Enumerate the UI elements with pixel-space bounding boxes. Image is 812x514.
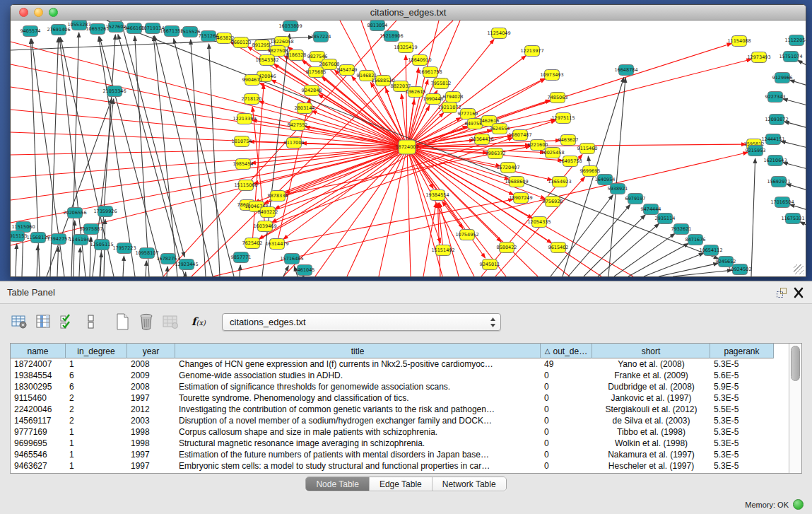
graph-edge[interactable] (568, 204, 630, 276)
table-cell[interactable]: 5.3E-5 (710, 415, 774, 426)
table-cell[interactable]: 0 (541, 449, 592, 460)
graph-edge[interactable] (135, 36, 149, 276)
graph-edge[interactable] (787, 184, 806, 190)
table-cell[interactable]: 0 (541, 426, 592, 438)
graph-edge[interactable] (272, 147, 407, 223)
table-cell[interactable]: 6 (66, 381, 127, 392)
table-cell[interactable]: Franke et al. (2009) (592, 370, 710, 381)
table-cell[interactable]: Embryonic stem cells: a model to study s… (175, 460, 541, 472)
network-graph[interactable]: 1872400774638228660123891295118226058982… (11, 21, 806, 276)
graph-edge[interactable] (123, 256, 124, 276)
table-row[interactable]: 2242004622012Investigating the contribut… (11, 404, 789, 415)
graph-edge[interactable] (790, 80, 806, 86)
table-cell[interactable]: 5.3E-5 (710, 449, 774, 460)
table-row[interactable]: 977716911998Corpus callosum shape and si… (11, 426, 789, 438)
graph-edge[interactable] (584, 215, 645, 276)
float-window-icon[interactable] (775, 287, 788, 298)
network-canvas[interactable]: 1872400774638228660123891295118226058982… (11, 21, 806, 276)
import-table-icon[interactable] (160, 312, 181, 332)
graph-edge[interactable] (407, 147, 546, 199)
table-cell[interactable]: 2 (66, 404, 127, 415)
table-row[interactable]: 911546021997Tourette syndrome. Phenomeno… (11, 392, 789, 404)
column-header-pagerank[interactable]: pagerank (710, 344, 774, 358)
graph-edge[interactable] (800, 222, 806, 226)
table-cell[interactable]: 9465546 (11, 449, 66, 460)
table-cell[interactable]: 2012 (127, 404, 175, 415)
table-cell[interactable]: 2009 (127, 370, 175, 381)
graph-edge[interactable] (100, 252, 102, 276)
table-cell[interactable]: 18300295 (11, 381, 66, 392)
table-row[interactable]: 946554611997Estimation of the future num… (11, 449, 789, 460)
table-cell[interactable]: Estimation of significance thresholds fo… (175, 381, 541, 392)
graph-edge[interactable] (209, 44, 220, 276)
function-builder-icon[interactable]: f(x) (188, 312, 209, 332)
table-cell[interactable]: Changes of HCN gene expression and I(f) … (175, 358, 541, 370)
table-cell[interactable]: Wolkin et al. (1998) (592, 438, 710, 449)
column-header-year[interactable]: year (127, 344, 175, 358)
table-cell[interactable]: 5.5E-5 (710, 404, 774, 415)
table-cell[interactable]: 0 (541, 438, 592, 449)
table-cell[interactable]: 1 (66, 426, 127, 438)
table-cell[interactable]: 1997 (127, 392, 175, 404)
select-columns-icon[interactable] (57, 312, 78, 332)
table-cell[interactable]: 22420046 (11, 404, 66, 415)
column-header-short[interactable]: short (592, 344, 710, 358)
table-cell[interactable]: Genome-wide association studies in ADHD. (175, 370, 541, 381)
graph-edge[interactable] (790, 204, 806, 210)
table-cell[interactable]: Dudbridge et al. (2008) (592, 381, 710, 392)
graph-edge[interactable] (153, 36, 177, 276)
table-cell[interactable]: 0 (541, 381, 592, 392)
table-cell[interactable]: Corpus callosum shape and size in male p… (175, 426, 541, 438)
column-view-icon[interactable] (33, 312, 54, 332)
tab-network-table[interactable]: Network Table (432, 477, 506, 491)
close-panel-icon[interactable] (792, 287, 805, 298)
table-cell[interactable]: 5.9E-5 (710, 381, 774, 392)
graph-edge[interactable] (252, 78, 545, 243)
graph-edge[interactable] (191, 40, 206, 276)
table-settings-icon[interactable] (8, 312, 30, 332)
graph-edge[interactable] (283, 266, 288, 276)
table-cell[interactable]: 5.3E-5 (710, 438, 774, 449)
table-row[interactable]: 969969511998Structural magnetic resonanc… (11, 438, 789, 449)
graph-edge[interactable] (481, 154, 582, 276)
table-cell[interactable]: 18724007 (11, 358, 66, 370)
table-cell[interactable]: 1 (66, 449, 127, 460)
table-cell[interactable]: 2 (66, 392, 127, 404)
tab-node-table[interactable]: Node Table (306, 477, 369, 491)
table-cell[interactable]: Investigating the contribution of common… (175, 404, 541, 415)
table-row[interactable]: 1938455462009Genome-wide association stu… (11, 370, 789, 381)
graph-edge[interactable] (783, 99, 806, 105)
table-cell[interactable]: 0 (541, 370, 592, 381)
graph-edge[interactable] (407, 59, 751, 147)
graph-edge[interactable] (11, 147, 407, 155)
table-cell[interactable]: Tibbo et al. (1998) (592, 426, 710, 438)
column-header-out_de[interactable]: △out_de… (541, 344, 592, 358)
zoom-button[interactable] (49, 8, 58, 17)
table-cell[interactable]: 2 (66, 415, 127, 426)
table-cell[interactable]: Stergiakouli et al. (2012) (592, 404, 710, 415)
table-cell[interactable]: 9777169 (11, 426, 66, 438)
graph-edge[interactable] (265, 138, 513, 226)
memory-status-indicator[interactable] (793, 499, 804, 510)
table-cell[interactable]: 0 (541, 460, 592, 472)
table-cell[interactable]: 14569117 (11, 415, 66, 426)
table-cell[interactable]: Disruption of a novel member of a sodium… (175, 415, 541, 426)
graph-edge[interactable] (100, 37, 163, 276)
table-cell[interactable]: 1 (66, 460, 127, 472)
table-row[interactable]: 1830029562008Estimation of significance … (11, 381, 789, 392)
graph-edge[interactable] (240, 265, 240, 276)
graph-edge[interactable] (73, 221, 75, 276)
table-cell[interactable]: 5.6E-5 (710, 370, 774, 381)
table-row[interactable]: 1872400712008Changes of HCN gene express… (11, 358, 789, 370)
resize-grip-icon[interactable] (794, 264, 804, 274)
table-cell[interactable]: Estimation of the future numbers of pati… (175, 449, 541, 460)
table-cell[interactable]: 9115460 (11, 392, 66, 404)
table-cell[interactable]: 0 (541, 392, 592, 404)
table-cell[interactable]: 9463627 (11, 460, 66, 472)
graph-edge[interactable] (751, 158, 755, 276)
graph-edge[interactable] (185, 272, 186, 276)
graph-edge[interactable] (784, 122, 806, 128)
graph-edge[interactable] (79, 247, 81, 276)
table-cell[interactable]: Nakamura et al. (1997) (592, 449, 710, 460)
graph-edge[interactable] (11, 147, 407, 177)
